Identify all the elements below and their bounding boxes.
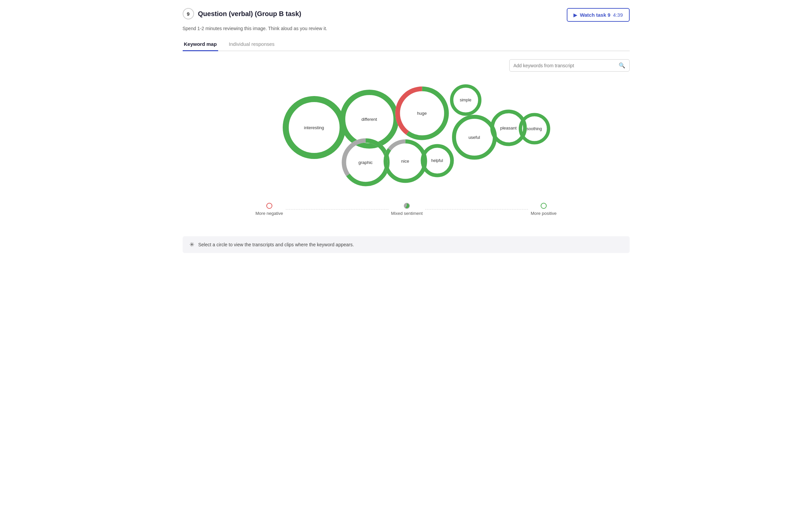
mixed-dot (404, 203, 410, 209)
svg-point-5 (452, 86, 480, 114)
negative-dot (266, 203, 272, 209)
info-text: Select a circle to view the transcripts … (198, 242, 354, 247)
bubble-helpful[interactable]: helpful (420, 144, 454, 178)
play-icon: ▶ (574, 12, 577, 18)
task-title: Question (verbal) (Group B task) (198, 10, 301, 18)
mixed-label: Mixed sentiment (391, 211, 423, 216)
search-input[interactable] (514, 63, 619, 68)
axis-positive: More positive (531, 203, 556, 216)
header-row: 9 Question (verbal) (Group B task) ▶ Wat… (183, 8, 630, 22)
axis-mixed: Mixed sentiment (391, 203, 423, 216)
info-bar: ✳ Select a circle to view the transcript… (183, 236, 630, 253)
task-number-badge: 9 (183, 8, 194, 20)
svg-point-13 (454, 117, 495, 158)
bubble-huge[interactable]: huge (395, 86, 450, 141)
watch-label: Watch task 9 (580, 12, 610, 18)
watch-duration: 4:39 (613, 12, 622, 18)
toolbar: 🔍 (183, 59, 630, 72)
svg-point-0 (286, 99, 343, 156)
sentiment-axis: More negative Mixed sentiment More posit… (256, 203, 557, 216)
svg-point-12 (423, 146, 452, 175)
search-icon: 🔍 (619, 62, 625, 68)
title-area: 9 Question (verbal) (Group B task) (183, 8, 301, 20)
tab-keyword-map[interactable]: Keyword map (183, 38, 218, 51)
page-container: 9 Question (verbal) (Group B task) ▶ Wat… (172, 0, 640, 261)
bubble-simple[interactable]: simple (450, 84, 482, 116)
tabs-container: Keyword map Individual responses (183, 38, 630, 51)
positive-label: More positive (531, 211, 556, 216)
search-box[interactable]: 🔍 (509, 59, 630, 72)
task-subtitle: Spend 1-2 minutes reviewing this image. … (183, 26, 630, 31)
chart-area: interesting different huge (183, 82, 630, 223)
tab-individual-responses[interactable]: Individual responses (228, 38, 276, 51)
axis-negative: More negative (256, 203, 283, 216)
negative-label: More negative (256, 211, 283, 216)
svg-point-15 (520, 115, 548, 143)
bubbles-container: interesting different huge (269, 82, 543, 193)
cursor-icon: ✳ (190, 241, 194, 248)
axis-line-left (286, 209, 388, 209)
watch-task-button[interactable]: ▶ Watch task 9 4:39 (567, 8, 629, 22)
bubble-soothing[interactable]: soothing (518, 112, 551, 145)
positive-dot (541, 203, 547, 209)
axis-line-right (425, 209, 528, 209)
bubble-interesting[interactable]: interesting (282, 96, 346, 159)
